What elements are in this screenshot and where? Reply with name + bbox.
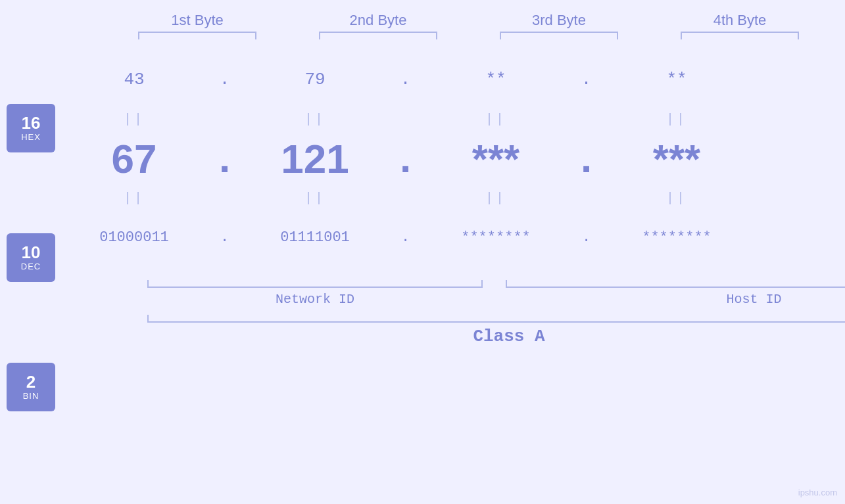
network-bracket	[147, 280, 483, 288]
bin-dot1: .	[213, 229, 236, 246]
class-bracket	[147, 315, 845, 323]
dec-b3: ***	[417, 135, 575, 182]
badge-hex-label: HEX	[21, 132, 41, 142]
bracket-3	[469, 32, 650, 43]
sep-dec-bin: || || || ||	[55, 188, 845, 208]
badge-dec-num: 10	[22, 243, 41, 262]
hex-dot3: .	[575, 70, 598, 89]
byte-headers: 1st Byte 2nd Byte 3rd Byte 4th Byte	[0, 12, 845, 29]
byte-header-3: 3rd Byte	[469, 12, 650, 29]
bracket-line-4	[681, 32, 799, 39]
hex-dot2: .	[394, 70, 417, 89]
data-area: 43 . 79 . ** . ** || || || || 67	[55, 50, 845, 504]
bottom-area: Network ID Host ID	[55, 268, 845, 307]
dec-dot3: .	[575, 138, 598, 179]
id-labels: Network ID Host ID	[147, 292, 845, 307]
dec-b1: 67	[55, 135, 213, 182]
bin-b2: 01111001	[236, 229, 394, 246]
badge-hex: 16 HEX	[7, 104, 55, 152]
main-container: 1st Byte 2nd Byte 3rd Byte 4th Byte 16 H…	[0, 0, 845, 504]
dec-b4: ***	[598, 135, 756, 182]
badge-bin-num: 2	[26, 373, 36, 392]
bin-b1: 01000011	[55, 229, 213, 246]
sep2-1: ||	[55, 191, 213, 206]
sep2-3: ||	[417, 191, 575, 206]
main-area: 16 HEX 10 DEC 2 BIN 43 . 79 . ** . **	[0, 50, 845, 504]
class-label: Class A	[147, 327, 845, 346]
host-id-label: Host ID	[506, 292, 845, 307]
dec-b2: 121	[236, 135, 394, 182]
network-id-label: Network ID	[147, 292, 483, 307]
byte-header-4: 4th Byte	[650, 12, 831, 29]
bin-row: 01000011 . 01111001 . ******** . *******…	[55, 208, 845, 267]
hex-b3: **	[417, 70, 575, 89]
bracket-4	[650, 32, 831, 43]
bracket-line-3	[500, 32, 618, 39]
watermark: ipshu.com	[798, 488, 837, 497]
hex-b4: **	[598, 70, 756, 89]
bracket-row	[0, 32, 845, 43]
byte-header-2: 2nd Byte	[288, 12, 469, 29]
sep2-4: ||	[598, 191, 756, 206]
bracket-line-1	[138, 32, 256, 39]
sep-1: ||	[55, 112, 213, 127]
bin-b3: ********	[417, 229, 575, 246]
dec-dot2: .	[394, 138, 417, 179]
badge-hex-num: 16	[22, 114, 41, 133]
sep-2: ||	[236, 112, 394, 127]
bracket-2	[288, 32, 469, 43]
host-bracket	[506, 280, 845, 288]
bracket-1	[107, 32, 288, 43]
badges-col: 16 HEX 10 DEC 2 BIN	[0, 50, 55, 504]
hex-b2: 79	[236, 70, 394, 89]
sep-hex-dec: || || || ||	[55, 109, 845, 129]
sep-4: ||	[598, 112, 756, 127]
byte-header-1: 1st Byte	[107, 12, 288, 29]
sep2-2: ||	[236, 191, 394, 206]
bin-dot3: .	[575, 229, 598, 246]
hex-dot1: .	[213, 70, 236, 89]
gap2	[483, 292, 506, 307]
hex-row: 43 . 79 . ** . **	[55, 50, 845, 109]
bracket-line-2	[319, 32, 437, 39]
dec-dot1: .	[213, 138, 236, 179]
class-area: Class A	[55, 315, 845, 346]
bin-dot2: .	[394, 229, 417, 246]
badge-dec: 10 DEC	[7, 233, 55, 282]
bottom-brackets	[147, 268, 845, 288]
bin-b4: ********	[598, 229, 756, 246]
badge-dec-label: DEC	[21, 262, 41, 271]
sep-3: ||	[417, 112, 575, 127]
dec-row: 67 . 121 . *** . ***	[55, 129, 845, 188]
badge-bin-label: BIN	[23, 391, 39, 401]
badge-bin: 2 BIN	[7, 363, 55, 411]
hex-b1: 43	[55, 70, 213, 89]
